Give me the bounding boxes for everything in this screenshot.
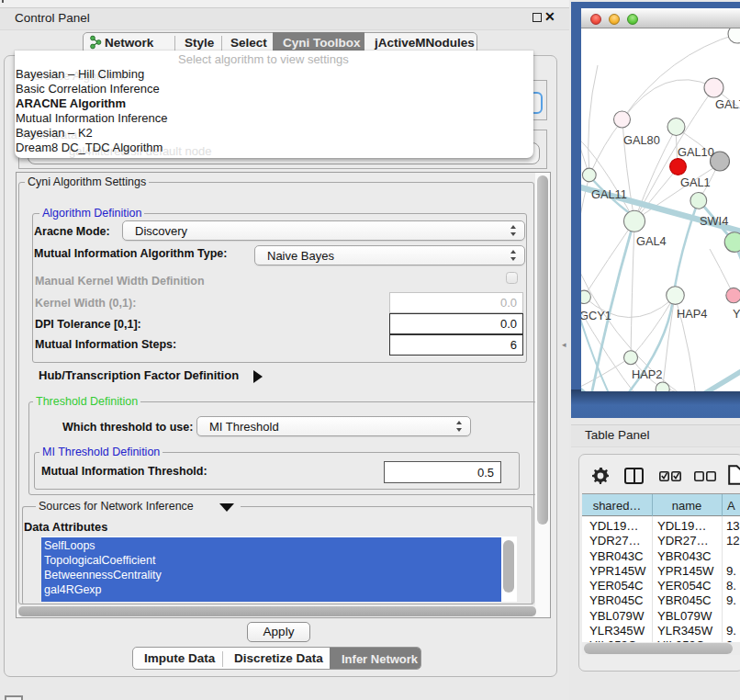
svg-text:GAL10: GAL10 <box>678 145 714 159</box>
svg-text:GCY1: GCY1 <box>581 309 611 322</box>
svg-text:GAL1: GAL1 <box>680 175 711 189</box>
svg-text:GAL7: GAL7 <box>715 97 740 111</box>
svg-text:GAL80: GAL80 <box>623 133 660 147</box>
svg-text:SWI4: SWI4 <box>700 214 728 228</box>
svg-text:GAL11: GAL11 <box>591 187 627 201</box>
svg-text:GAL4: GAL4 <box>636 234 667 248</box>
svg-text:HAP2: HAP2 <box>632 367 662 381</box>
svg-text:Y: Y <box>733 307 740 321</box>
svg-text:HAP4: HAP4 <box>677 307 707 321</box>
